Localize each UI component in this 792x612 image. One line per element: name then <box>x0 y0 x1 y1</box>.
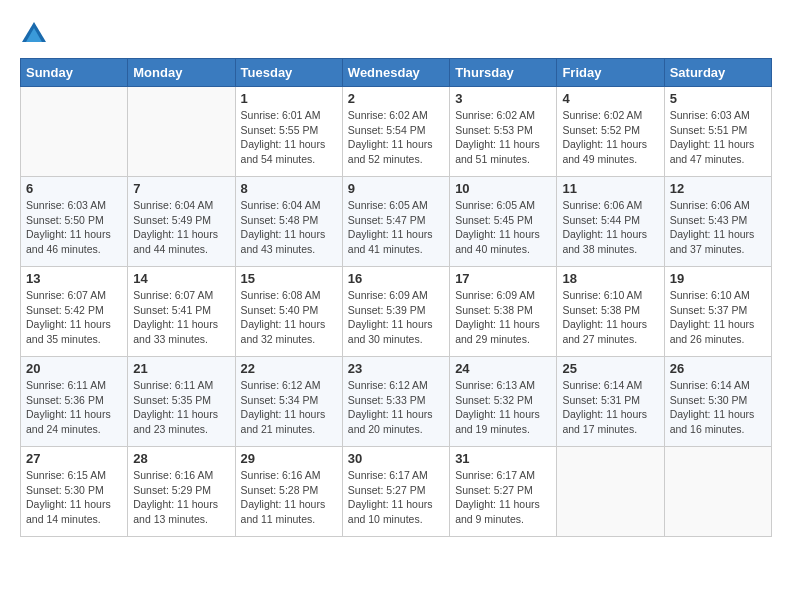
day-info: Sunrise: 6:01 AM Sunset: 5:55 PM Dayligh… <box>241 108 337 167</box>
day-info: Sunrise: 6:02 AM Sunset: 5:52 PM Dayligh… <box>562 108 658 167</box>
day-number: 31 <box>455 451 551 466</box>
calendar-week-row: 27Sunrise: 6:15 AM Sunset: 5:30 PM Dayli… <box>21 447 772 537</box>
day-info: Sunrise: 6:10 AM Sunset: 5:38 PM Dayligh… <box>562 288 658 347</box>
calendar-cell: 14Sunrise: 6:07 AM Sunset: 5:41 PM Dayli… <box>128 267 235 357</box>
calendar-cell: 1Sunrise: 6:01 AM Sunset: 5:55 PM Daylig… <box>235 87 342 177</box>
day-info: Sunrise: 6:15 AM Sunset: 5:30 PM Dayligh… <box>26 468 122 527</box>
calendar-cell: 7Sunrise: 6:04 AM Sunset: 5:49 PM Daylig… <box>128 177 235 267</box>
weekday-header: Friday <box>557 59 664 87</box>
day-number: 25 <box>562 361 658 376</box>
day-number: 29 <box>241 451 337 466</box>
calendar-week-row: 1Sunrise: 6:01 AM Sunset: 5:55 PM Daylig… <box>21 87 772 177</box>
day-info: Sunrise: 6:08 AM Sunset: 5:40 PM Dayligh… <box>241 288 337 347</box>
day-info: Sunrise: 6:03 AM Sunset: 5:50 PM Dayligh… <box>26 198 122 257</box>
day-number: 17 <box>455 271 551 286</box>
day-number: 6 <box>26 181 122 196</box>
calendar-cell: 28Sunrise: 6:16 AM Sunset: 5:29 PM Dayli… <box>128 447 235 537</box>
calendar-cell: 18Sunrise: 6:10 AM Sunset: 5:38 PM Dayli… <box>557 267 664 357</box>
weekday-header: Sunday <box>21 59 128 87</box>
day-number: 2 <box>348 91 444 106</box>
day-number: 7 <box>133 181 229 196</box>
day-number: 14 <box>133 271 229 286</box>
day-number: 5 <box>670 91 766 106</box>
calendar-cell: 21Sunrise: 6:11 AM Sunset: 5:35 PM Dayli… <box>128 357 235 447</box>
day-number: 15 <box>241 271 337 286</box>
weekday-header: Tuesday <box>235 59 342 87</box>
calendar-cell: 27Sunrise: 6:15 AM Sunset: 5:30 PM Dayli… <box>21 447 128 537</box>
day-number: 11 <box>562 181 658 196</box>
calendar-cell: 19Sunrise: 6:10 AM Sunset: 5:37 PM Dayli… <box>664 267 771 357</box>
page-header <box>20 20 772 48</box>
calendar-cell: 11Sunrise: 6:06 AM Sunset: 5:44 PM Dayli… <box>557 177 664 267</box>
day-info: Sunrise: 6:07 AM Sunset: 5:41 PM Dayligh… <box>133 288 229 347</box>
calendar-week-row: 20Sunrise: 6:11 AM Sunset: 5:36 PM Dayli… <box>21 357 772 447</box>
calendar-cell: 24Sunrise: 6:13 AM Sunset: 5:32 PM Dayli… <box>450 357 557 447</box>
calendar-cell: 6Sunrise: 6:03 AM Sunset: 5:50 PM Daylig… <box>21 177 128 267</box>
day-info: Sunrise: 6:16 AM Sunset: 5:28 PM Dayligh… <box>241 468 337 527</box>
logo <box>20 20 52 48</box>
day-info: Sunrise: 6:13 AM Sunset: 5:32 PM Dayligh… <box>455 378 551 437</box>
day-info: Sunrise: 6:14 AM Sunset: 5:30 PM Dayligh… <box>670 378 766 437</box>
calendar-cell: 4Sunrise: 6:02 AM Sunset: 5:52 PM Daylig… <box>557 87 664 177</box>
day-number: 23 <box>348 361 444 376</box>
calendar-cell <box>21 87 128 177</box>
day-number: 16 <box>348 271 444 286</box>
calendar-cell: 5Sunrise: 6:03 AM Sunset: 5:51 PM Daylig… <box>664 87 771 177</box>
calendar-cell: 25Sunrise: 6:14 AM Sunset: 5:31 PM Dayli… <box>557 357 664 447</box>
day-info: Sunrise: 6:06 AM Sunset: 5:43 PM Dayligh… <box>670 198 766 257</box>
weekday-header: Wednesday <box>342 59 449 87</box>
day-info: Sunrise: 6:12 AM Sunset: 5:33 PM Dayligh… <box>348 378 444 437</box>
day-number: 28 <box>133 451 229 466</box>
calendar-cell: 10Sunrise: 6:05 AM Sunset: 5:45 PM Dayli… <box>450 177 557 267</box>
day-number: 13 <box>26 271 122 286</box>
weekday-header: Thursday <box>450 59 557 87</box>
day-info: Sunrise: 6:17 AM Sunset: 5:27 PM Dayligh… <box>455 468 551 527</box>
day-info: Sunrise: 6:04 AM Sunset: 5:48 PM Dayligh… <box>241 198 337 257</box>
day-number: 3 <box>455 91 551 106</box>
calendar-cell: 30Sunrise: 6:17 AM Sunset: 5:27 PM Dayli… <box>342 447 449 537</box>
day-number: 10 <box>455 181 551 196</box>
calendar-cell: 23Sunrise: 6:12 AM Sunset: 5:33 PM Dayli… <box>342 357 449 447</box>
calendar-cell: 22Sunrise: 6:12 AM Sunset: 5:34 PM Dayli… <box>235 357 342 447</box>
calendar-cell: 20Sunrise: 6:11 AM Sunset: 5:36 PM Dayli… <box>21 357 128 447</box>
weekday-header: Saturday <box>664 59 771 87</box>
day-info: Sunrise: 6:02 AM Sunset: 5:54 PM Dayligh… <box>348 108 444 167</box>
day-number: 19 <box>670 271 766 286</box>
calendar-week-row: 13Sunrise: 6:07 AM Sunset: 5:42 PM Dayli… <box>21 267 772 357</box>
day-info: Sunrise: 6:17 AM Sunset: 5:27 PM Dayligh… <box>348 468 444 527</box>
day-info: Sunrise: 6:10 AM Sunset: 5:37 PM Dayligh… <box>670 288 766 347</box>
day-number: 12 <box>670 181 766 196</box>
calendar-cell <box>664 447 771 537</box>
calendar-table: SundayMondayTuesdayWednesdayThursdayFrid… <box>20 58 772 537</box>
calendar-cell <box>128 87 235 177</box>
day-info: Sunrise: 6:09 AM Sunset: 5:39 PM Dayligh… <box>348 288 444 347</box>
day-info: Sunrise: 6:09 AM Sunset: 5:38 PM Dayligh… <box>455 288 551 347</box>
calendar-cell: 3Sunrise: 6:02 AM Sunset: 5:53 PM Daylig… <box>450 87 557 177</box>
calendar-cell: 29Sunrise: 6:16 AM Sunset: 5:28 PM Dayli… <box>235 447 342 537</box>
day-number: 1 <box>241 91 337 106</box>
calendar-cell: 13Sunrise: 6:07 AM Sunset: 5:42 PM Dayli… <box>21 267 128 357</box>
weekday-header-row: SundayMondayTuesdayWednesdayThursdayFrid… <box>21 59 772 87</box>
day-number: 22 <box>241 361 337 376</box>
day-info: Sunrise: 6:06 AM Sunset: 5:44 PM Dayligh… <box>562 198 658 257</box>
calendar-week-row: 6Sunrise: 6:03 AM Sunset: 5:50 PM Daylig… <box>21 177 772 267</box>
day-info: Sunrise: 6:07 AM Sunset: 5:42 PM Dayligh… <box>26 288 122 347</box>
calendar-cell: 26Sunrise: 6:14 AM Sunset: 5:30 PM Dayli… <box>664 357 771 447</box>
day-info: Sunrise: 6:11 AM Sunset: 5:35 PM Dayligh… <box>133 378 229 437</box>
calendar-cell: 9Sunrise: 6:05 AM Sunset: 5:47 PM Daylig… <box>342 177 449 267</box>
day-number: 21 <box>133 361 229 376</box>
day-number: 18 <box>562 271 658 286</box>
day-info: Sunrise: 6:03 AM Sunset: 5:51 PM Dayligh… <box>670 108 766 167</box>
day-number: 26 <box>670 361 766 376</box>
day-number: 24 <box>455 361 551 376</box>
day-info: Sunrise: 6:04 AM Sunset: 5:49 PM Dayligh… <box>133 198 229 257</box>
day-info: Sunrise: 6:14 AM Sunset: 5:31 PM Dayligh… <box>562 378 658 437</box>
day-info: Sunrise: 6:11 AM Sunset: 5:36 PM Dayligh… <box>26 378 122 437</box>
day-info: Sunrise: 6:05 AM Sunset: 5:45 PM Dayligh… <box>455 198 551 257</box>
day-number: 30 <box>348 451 444 466</box>
calendar-cell: 16Sunrise: 6:09 AM Sunset: 5:39 PM Dayli… <box>342 267 449 357</box>
day-number: 8 <box>241 181 337 196</box>
day-info: Sunrise: 6:05 AM Sunset: 5:47 PM Dayligh… <box>348 198 444 257</box>
logo-icon <box>20 20 48 48</box>
calendar-cell: 8Sunrise: 6:04 AM Sunset: 5:48 PM Daylig… <box>235 177 342 267</box>
